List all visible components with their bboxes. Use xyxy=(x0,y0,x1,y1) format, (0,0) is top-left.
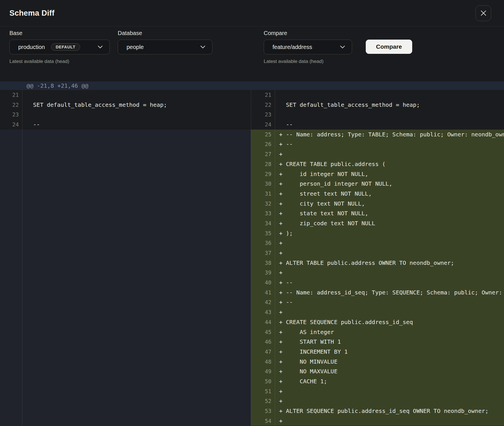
modal-header: Schema Diff xyxy=(0,0,504,26)
line-number: 54 xyxy=(251,416,275,426)
line-number: 47 xyxy=(251,347,275,357)
diff-line: 36 + xyxy=(251,238,504,248)
line-content: + xyxy=(275,149,504,159)
left-gutter-divider xyxy=(22,90,23,426)
compare-label: Compare xyxy=(264,30,352,37)
line-content: + CREATE SEQUENCE public.address_id_seq xyxy=(275,317,504,327)
diff-line: 53 + ALTER SEQUENCE public.address_id_se… xyxy=(251,406,504,416)
line-content: + xyxy=(275,248,504,258)
default-badge: DEFAULT xyxy=(51,43,80,51)
compare-button[interactable]: Compare xyxy=(366,40,412,54)
line-content: + -- xyxy=(275,297,504,307)
schema-diff-viewer: @@ -21,8 +21,46 @@ 21 22 SET default_tab… xyxy=(0,81,504,426)
diff-body[interactable]: 21 22 SET default_table_access_method = … xyxy=(0,90,504,426)
line-number: 48 xyxy=(251,357,275,367)
diff-line: 27 + xyxy=(251,149,504,159)
controls-bar: Base production DEFAULT Latest available… xyxy=(0,26,504,81)
line-content: + xyxy=(275,268,504,278)
line-content: + xyxy=(275,416,504,426)
diff-line: 45 + AS integer xyxy=(251,327,504,337)
line-content: + -- xyxy=(275,139,504,149)
line-content: + CREATE TABLE public.address ( xyxy=(275,159,504,169)
diff-line: 34 + zip_code text NOT NULL xyxy=(251,218,504,228)
diff-line: 35 + ); xyxy=(251,228,504,238)
diff-line: 44 + CREATE SEQUENCE public.address_id_s… xyxy=(251,317,504,327)
diff-line: 21 xyxy=(0,90,251,100)
line-content: + ALTER SEQUENCE public.address_id_seq O… xyxy=(275,406,504,416)
line-content: + -- xyxy=(275,278,504,288)
line-number: 32 xyxy=(251,199,275,209)
line-content: + -- Name: address_id_seq; Type: SEQUENC… xyxy=(275,288,504,298)
line-number: 38 xyxy=(251,258,275,268)
diff-line: 37 + xyxy=(251,248,504,258)
compare-branch-value: feature/address xyxy=(273,44,312,50)
line-content: + person_id integer NOT NULL, xyxy=(275,179,504,189)
diff-pane-base: 21 22 SET default_table_access_method = … xyxy=(0,90,251,426)
base-branch-select[interactable]: production DEFAULT xyxy=(9,40,110,54)
line-number: 25 xyxy=(251,130,275,140)
line-number: 29 xyxy=(251,169,275,179)
line-content: + INCREMENT BY 1 xyxy=(275,347,504,357)
diff-line: 54 + xyxy=(251,416,504,426)
diff-line: 42 + -- xyxy=(251,297,504,307)
line-content: + xyxy=(275,238,504,248)
line-content: + city text NOT NULL, xyxy=(275,199,504,209)
chevron-down-icon xyxy=(200,46,205,48)
line-content: + ); xyxy=(275,228,504,238)
compare-caption: Latest available data (head) xyxy=(264,59,352,64)
diff-line: 22 SET default_table_access_method = hea… xyxy=(0,100,251,110)
diff-line: 51 + xyxy=(251,386,504,396)
line-number: 30 xyxy=(251,179,275,189)
line-number: 23 xyxy=(251,110,275,120)
line-content xyxy=(275,110,504,120)
line-number: 23 xyxy=(0,110,22,120)
line-number: 40 xyxy=(251,278,275,288)
diff-line: 24 -- xyxy=(0,120,251,130)
diff-line: 39 + xyxy=(251,268,504,278)
line-number: 39 xyxy=(251,268,275,278)
line-content: + zip_code text NOT NULL xyxy=(275,218,504,228)
diff-line: 21 xyxy=(251,90,504,100)
compare-branch-select[interactable]: feature/address xyxy=(264,40,352,54)
line-number: 45 xyxy=(251,327,275,337)
line-number: 26 xyxy=(251,139,275,149)
line-content: + CACHE 1; xyxy=(275,376,504,386)
line-content: SET default_table_access_method = heap; xyxy=(275,100,504,110)
line-number: 24 xyxy=(251,120,275,130)
line-number: 46 xyxy=(251,337,275,347)
modal-title: Schema Diff xyxy=(9,9,54,18)
diff-line: 49 + NO MAXVALUE xyxy=(251,366,504,376)
line-number: 43 xyxy=(251,307,275,317)
line-content: -- xyxy=(22,120,251,130)
diff-line: 23 xyxy=(0,110,251,120)
database-select[interactable]: people xyxy=(118,40,212,54)
line-content: + xyxy=(275,386,504,396)
diff-line: 43 + xyxy=(251,307,504,317)
compare-action-column: Compare xyxy=(366,30,412,54)
database-column: Database people xyxy=(118,30,212,54)
line-number: 37 xyxy=(251,248,275,258)
compare-column: Compare feature/address Latest available… xyxy=(264,30,352,64)
diff-line: 52 + xyxy=(251,396,504,406)
pane-divider xyxy=(251,90,251,426)
line-content: + -- Name: address; Type: TABLE; Schema:… xyxy=(275,130,504,140)
line-number: 22 xyxy=(0,100,22,110)
line-content xyxy=(22,110,251,120)
diff-line: 33 + state text NOT NULL, xyxy=(251,208,504,218)
diff-line: 23 xyxy=(251,110,504,120)
line-content: + state text NOT NULL, xyxy=(275,208,504,218)
line-number: 31 xyxy=(251,189,275,199)
diff-line: 48 + NO MINVALUE xyxy=(251,357,504,367)
line-number: 50 xyxy=(251,376,275,386)
line-number: 21 xyxy=(251,90,275,100)
empty-filler xyxy=(0,130,251,426)
diff-line: 38 + ALTER TABLE public.address OWNER TO… xyxy=(251,258,504,268)
diff-line: 25 + -- Name: address; Type: TABLE; Sche… xyxy=(251,130,504,140)
close-button[interactable] xyxy=(475,5,491,21)
line-number: 53 xyxy=(251,406,275,416)
line-number: 34 xyxy=(251,218,275,228)
line-number: 28 xyxy=(251,159,275,169)
chevron-down-icon xyxy=(98,46,103,48)
line-content: + id integer NOT NULL, xyxy=(275,169,504,179)
right-gutter-divider xyxy=(275,90,275,426)
